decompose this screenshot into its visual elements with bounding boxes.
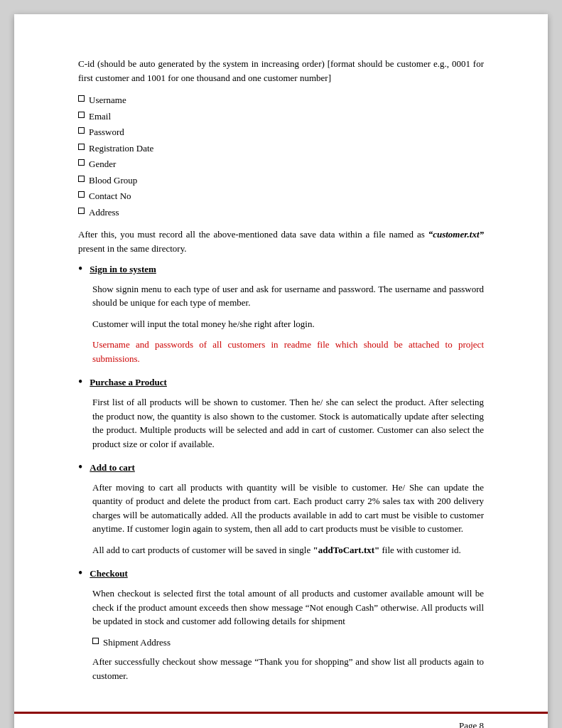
after-sub-paragraph: After successfully checkout show message… bbox=[92, 655, 484, 682]
list-item: Username bbox=[78, 93, 484, 107]
section-paragraph: Customer will input the total money he/s… bbox=[92, 317, 484, 331]
section-paragraph: All add to cart products of customer wil… bbox=[92, 543, 484, 557]
section-heading-row: • Purchase a Product bbox=[78, 375, 484, 390]
list-item: Address bbox=[78, 205, 484, 220]
section-paragraph: When checkout is selected first the tota… bbox=[92, 587, 484, 628]
paragraph-text-red: Username and passwords of all customers … bbox=[92, 339, 484, 364]
page: C-id (should be auto generated by the sy… bbox=[14, 14, 548, 728]
section-paragraph: First list of all products will be shown… bbox=[92, 395, 484, 451]
paragraph-text: After moving to cart all products with q… bbox=[92, 482, 484, 535]
bullet-square-icon bbox=[78, 191, 85, 198]
section-heading-label: Purchase a Product bbox=[90, 377, 167, 387]
list-item: Gender bbox=[78, 157, 484, 171]
list-item: Contact No bbox=[78, 189, 484, 203]
section-body: When checkout is selected first the tota… bbox=[78, 587, 484, 682]
content-area: C-id (should be auto generated by the sy… bbox=[78, 57, 484, 682]
bullet-dot-icon: • bbox=[78, 375, 82, 390]
section-heading-label: Add to cart bbox=[90, 462, 135, 473]
section-heading-label: Sign in to system bbox=[90, 264, 156, 274]
list-item-label: Contact No bbox=[89, 189, 131, 203]
bottom-border bbox=[14, 712, 548, 714]
bullet-square-icon bbox=[78, 144, 85, 150]
paragraph-text: Show signin menu to each type of user an… bbox=[92, 284, 484, 309]
bullet-dot-icon: • bbox=[78, 461, 82, 475]
section-heading-label: Checkout bbox=[90, 568, 127, 579]
bullet-square-icon bbox=[78, 159, 85, 166]
section-heading-content: Add to cart bbox=[90, 461, 484, 475]
bullet-square-icon bbox=[78, 95, 85, 102]
section-heading-content: Checkout bbox=[90, 567, 484, 581]
section-add-to-cart: • Add to cart After moving to cart all p… bbox=[78, 461, 484, 557]
after-list-paragraph: After this, you must record all the abov… bbox=[78, 228, 484, 255]
paragraph-text: When checkout is selected first the tota… bbox=[92, 588, 484, 626]
after-list-suffix: present in the same directory. bbox=[78, 243, 187, 254]
paragraph-text: First list of all products will be shown… bbox=[92, 397, 484, 449]
list-item: Shipment Address bbox=[92, 636, 484, 650]
list-item-label: Shipment Address bbox=[103, 636, 171, 650]
section-purchase: • Purchase a Product First list of all p… bbox=[78, 375, 484, 451]
bold-filename: "addToCart.txt" bbox=[313, 545, 379, 555]
bullet-square-icon bbox=[78, 208, 85, 214]
section-body: Show signin menu to each type of user an… bbox=[78, 282, 484, 366]
page-number: Page 8 bbox=[459, 720, 484, 728]
list-item-label: Registration Date bbox=[89, 141, 153, 156]
bullet-square-icon bbox=[92, 638, 99, 644]
section-heading-content: Sign in to system bbox=[90, 262, 484, 277]
section-paragraph-red: Username and passwords of all customers … bbox=[92, 338, 484, 365]
section-body: First list of all products will be shown… bbox=[78, 395, 484, 451]
section-heading-row: • Sign in to system bbox=[78, 262, 484, 277]
bullet-square-icon bbox=[78, 176, 85, 182]
bullet-square-icon bbox=[78, 127, 85, 134]
section-paragraph: After moving to cart all products with q… bbox=[92, 481, 484, 536]
list-item-label: Password bbox=[89, 125, 124, 139]
section-sign-in: • Sign in to system Show signin menu to … bbox=[78, 262, 484, 365]
checkout-sub-list: Shipment Address bbox=[92, 636, 484, 650]
after-sub-text: After successfully checkout show message… bbox=[92, 656, 484, 681]
section-heading-content: Purchase a Product bbox=[90, 375, 484, 390]
list-item-label: Email bbox=[89, 109, 111, 124]
section-heading-row: • Checkout bbox=[78, 567, 484, 581]
section-paragraph: Show signin menu to each type of user an… bbox=[92, 282, 484, 310]
list-item-label: Blood Group bbox=[89, 173, 137, 188]
list-item-label: Username bbox=[89, 93, 126, 107]
bullet-square-icon bbox=[78, 112, 85, 118]
section-body: After moving to cart all products with q… bbox=[78, 481, 484, 557]
bullet-dot-icon: • bbox=[78, 262, 82, 277]
section-heading-row: • Add to cart bbox=[78, 461, 484, 475]
list-item: Password bbox=[78, 125, 484, 139]
bullet-dot-icon: • bbox=[78, 567, 82, 581]
list-item-label: Gender bbox=[89, 157, 116, 171]
after-list-bold: “customer.txt” bbox=[428, 229, 484, 240]
list-item-label: Address bbox=[89, 205, 119, 220]
list-item: Email bbox=[78, 109, 484, 124]
after-list-text-plain: After this, you must record all the abov… bbox=[78, 229, 428, 240]
intro-text: C-id (should be auto generated by the sy… bbox=[78, 58, 484, 83]
section-checkout: • Checkout When checkout is selected fir… bbox=[78, 567, 484, 682]
paragraph-text: Customer will input the total money he/s… bbox=[92, 318, 315, 329]
bullet-list: Username Email Password Registration Dat… bbox=[78, 93, 484, 219]
intro-paragraph: C-id (should be auto generated by the sy… bbox=[78, 57, 484, 85]
list-item: Blood Group bbox=[78, 173, 484, 188]
list-item: Registration Date bbox=[78, 141, 484, 156]
